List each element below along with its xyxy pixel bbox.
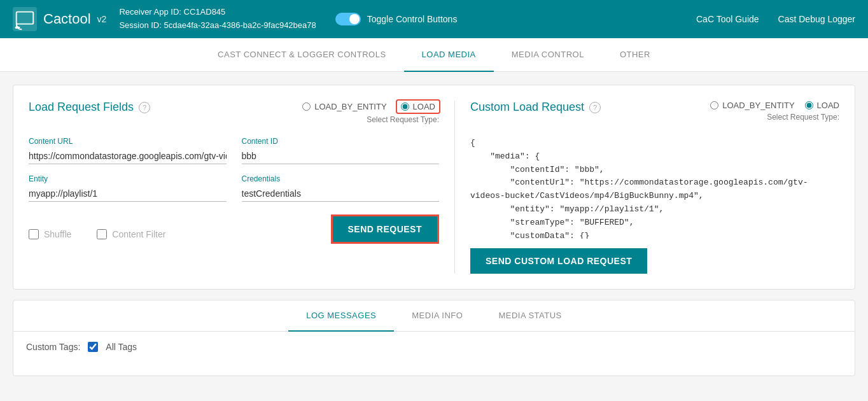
- custom-load-title: Custom Load Request ?: [470, 101, 601, 114]
- content-id-label: Content ID: [242, 137, 440, 146]
- load-form-grid: Content URL Content ID Entity Credential…: [29, 137, 439, 202]
- entity-label: Entity: [29, 174, 227, 183]
- logo-area: Cactool v2: [13, 7, 106, 31]
- all-tags-checkbox[interactable]: [88, 342, 98, 352]
- content-filter-label: Content Filter: [112, 229, 165, 239]
- session-label: Session ID:: [119, 20, 161, 30]
- lower-panel: LOG MESSAGES MEDIA INFO MEDIA STATUS Cus…: [13, 300, 855, 376]
- session-id: 5cdae4fa-32aa-4386-ba2c-9fac942bea78: [164, 20, 316, 30]
- tab-media-info[interactable]: MEDIA INFO: [394, 300, 480, 332]
- radio-custom-load[interactable]: LOAD: [805, 101, 839, 110]
- app-version: v2: [97, 14, 107, 24]
- checkbox-row: Shuffle Content Filter: [29, 229, 165, 239]
- select-request-type-label: Select Request Type:: [367, 115, 439, 124]
- all-tags-label: All Tags: [106, 342, 137, 352]
- content-id-field: Content ID: [242, 137, 440, 164]
- radio-load[interactable]: LOAD: [397, 101, 439, 113]
- toggle-control-button[interactable]: [335, 13, 361, 25]
- nav-tabs-bar: CAST CONNECT & LOGGER CONTROLS LOAD MEDI…: [0, 38, 868, 72]
- content-filter-checkbox[interactable]: [97, 229, 107, 239]
- cast-debug-logger-link[interactable]: Cast Debug Logger: [778, 14, 855, 24]
- tab-media-control[interactable]: MEDIA CONTROL: [494, 38, 602, 72]
- content-url-label: Content URL: [29, 137, 227, 146]
- tab-media-status[interactable]: MEDIA STATUS: [480, 300, 579, 332]
- lower-tabs-bar: LOG MESSAGES MEDIA INFO MEDIA STATUS: [13, 300, 855, 332]
- load-request-help-icon[interactable]: ?: [139, 102, 150, 113]
- app-header: Cactool v2 Receiver App ID: CC1AD845 Ses…: [0, 0, 868, 38]
- load-media-panel: Load Request Fields ? LOAD_BY_ENTITY LOA…: [13, 85, 855, 290]
- header-links: CaC Tool Guide Cast Debug Logger: [696, 14, 855, 24]
- entity-input[interactable]: [29, 186, 227, 202]
- json-editor[interactable]: { "media": { "contentId": "bbb", "conten…: [470, 137, 839, 239]
- cast-logo-icon: [13, 7, 37, 31]
- content-url-field: Content URL: [29, 137, 227, 164]
- app-name: Cactool: [43, 11, 91, 27]
- header-ids: Receiver App ID: CC1AD845 Session ID: 5c…: [119, 6, 316, 32]
- tab-load-media[interactable]: LOAD MEDIA: [404, 38, 494, 72]
- toggle-area: Toggle Control Buttons: [335, 13, 458, 25]
- receiver-app-id: CC1AD845: [184, 7, 226, 17]
- toggle-label: Toggle Control Buttons: [367, 14, 458, 24]
- custom-tags-label: Custom Tags:: [26, 342, 80, 352]
- shuffle-checkbox[interactable]: [29, 229, 39, 239]
- lower-content: Custom Tags: All Tags: [13, 332, 855, 362]
- radio-custom-load-by-entity[interactable]: LOAD_BY_ENTITY: [710, 101, 794, 110]
- radio-load-by-entity[interactable]: LOAD_BY_ENTITY: [302, 102, 386, 111]
- shuffle-checkbox-option[interactable]: Shuffle: [29, 229, 71, 239]
- load-request-fields-section: Load Request Fields ? LOAD_BY_ENTITY LOA…: [29, 101, 455, 274]
- receiver-app-label: Receiver App ID:: [119, 7, 181, 17]
- custom-load-request-section: Custom Load Request ? LOAD_BY_ENTITY LOA…: [455, 101, 839, 274]
- send-request-button[interactable]: SEND REQUEST: [331, 215, 439, 244]
- svg-point-2: [15, 26, 18, 29]
- custom-select-request-type-label: Select Request Type:: [767, 113, 839, 122]
- load-request-title: Load Request Fields ?: [29, 101, 150, 114]
- send-custom-load-request-button[interactable]: SEND CUSTOM LOAD REQUEST: [470, 248, 647, 274]
- credentials-input[interactable]: [242, 186, 440, 202]
- custom-load-help-icon[interactable]: ?: [589, 102, 601, 113]
- shuffle-label: Shuffle: [44, 229, 71, 239]
- credentials-field: Credentials: [242, 174, 440, 202]
- tab-log-messages[interactable]: LOG MESSAGES: [288, 300, 394, 332]
- main-content: Load Request Fields ? LOAD_BY_ENTITY LOA…: [0, 72, 868, 389]
- content-url-input[interactable]: [29, 148, 227, 164]
- entity-field: Entity: [29, 174, 227, 202]
- cac-tool-guide-link[interactable]: CaC Tool Guide: [696, 14, 759, 24]
- content-filter-checkbox-option[interactable]: Content Filter: [97, 229, 165, 239]
- credentials-label: Credentials: [242, 174, 440, 183]
- tab-other[interactable]: OTHER: [602, 38, 668, 72]
- content-id-input[interactable]: [242, 148, 440, 164]
- tab-cast-connect[interactable]: CAST CONNECT & LOGGER CONTROLS: [200, 38, 403, 72]
